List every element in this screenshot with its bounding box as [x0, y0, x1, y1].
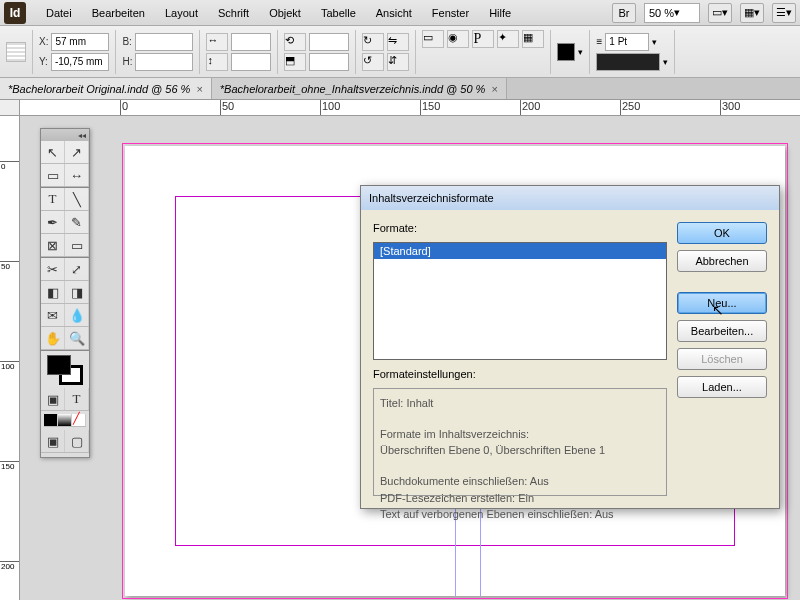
reference-point-widget[interactable]	[6, 42, 26, 62]
formatting-text-icon[interactable]: T	[65, 388, 89, 410]
y-field[interactable]	[51, 53, 109, 71]
free-transform-tool[interactable]: ⤢	[65, 258, 89, 280]
fill-stroke-swatch[interactable]	[47, 355, 83, 385]
stroke-weight-field[interactable]	[605, 33, 649, 51]
dialog-title: Inhaltsverzeichnisformate	[361, 186, 779, 210]
tab-doc-1[interactable]: *Bachelorarbeit Original.indd @ 56 %×	[0, 78, 212, 99]
content-grab-icon[interactable]: ◉	[447, 30, 469, 48]
view-mode-preview[interactable]: ▢	[65, 430, 89, 452]
effects-icon[interactable]: ✦	[497, 30, 519, 48]
apply-gradient-icon[interactable]	[58, 414, 72, 426]
rotate-icon[interactable]: ⟲	[284, 33, 306, 51]
tab-label: *Bachelorarbeit Original.indd @ 56 %	[8, 83, 190, 95]
rectangle-tool[interactable]: ▭	[65, 234, 89, 256]
tools-panel[interactable]: ◂◂ ↖↗ ▭↔ T╲ ✒✎ ⊠▭ ✂⤢ ◧◨ ✉💧 ✋🔍 ▣T ╱ ▣▢	[40, 128, 90, 458]
stroke-style-field[interactable]	[596, 53, 660, 71]
screen-mode-button[interactable]: ▭▾	[708, 3, 732, 23]
ok-button[interactable]: OK	[677, 222, 767, 244]
menu-tabelle[interactable]: Tabelle	[311, 3, 366, 23]
rotate-cw-button[interactable]: ↻	[362, 33, 384, 51]
apply-color-icon[interactable]	[44, 414, 58, 426]
menu-hilfe[interactable]: Hilfe	[479, 3, 521, 23]
control-bar: X: Y: B: H: ↔ ↕ ⟲ ⬒ ↻⇋ ↺⇵ ▭ ◉ P ✦ ▦ ▾ ≡▾…	[0, 26, 800, 78]
apply-none-icon[interactable]: ╱	[72, 414, 86, 426]
menu-bearbeiten[interactable]: Bearbeiten	[82, 3, 155, 23]
panel-collapse-icon[interactable]: ◂◂	[41, 129, 89, 141]
menubar: Id Datei Bearbeiten Layout Schrift Objek…	[0, 0, 800, 26]
menu-ansicht[interactable]: Ansicht	[366, 3, 422, 23]
scissors-tool[interactable]: ✂	[41, 258, 65, 280]
ruler-tick: 100	[0, 361, 19, 371]
rectangle-frame-tool[interactable]: ⊠	[41, 234, 65, 256]
rotate-field[interactable]	[309, 33, 349, 51]
line-tool[interactable]: ╲	[65, 188, 89, 210]
settings-sec1-head: Formate im Inhaltsverzeichnis:	[380, 426, 660, 443]
p-icon[interactable]: P	[472, 30, 494, 48]
page-tool[interactable]: ▭	[41, 164, 65, 186]
menu-datei[interactable]: Datei	[36, 3, 82, 23]
scale-y-icon[interactable]: ↕	[206, 53, 228, 71]
hand-tool[interactable]: ✋	[41, 327, 65, 349]
workspace-button[interactable]: ☰▾	[772, 3, 796, 23]
arrange-button[interactable]: ▦▾	[740, 3, 764, 23]
ruler-tick: 200	[520, 100, 540, 115]
zoom-tool[interactable]: 🔍	[65, 327, 89, 349]
edit-button[interactable]: Bearbeiten...	[677, 320, 767, 342]
scale-x-icon[interactable]: ↔	[206, 33, 228, 51]
gradient-feather-tool[interactable]: ◨	[65, 281, 89, 303]
direct-selection-tool[interactable]: ↗	[65, 141, 89, 163]
format-item-standard[interactable]: [Standard]	[374, 243, 666, 259]
ruler-tick: 300	[720, 100, 740, 115]
fill-swatch[interactable]	[47, 355, 71, 375]
shear-icon[interactable]: ⬒	[284, 53, 306, 71]
flip-v-button[interactable]: ⇵	[387, 53, 409, 71]
gap-tool[interactable]: ↔	[65, 164, 89, 186]
view-mode-normal[interactable]: ▣	[41, 430, 65, 452]
eyedropper-tool[interactable]: 💧	[65, 304, 89, 326]
wrap-icon[interactable]: ▦	[522, 30, 544, 48]
vertical-ruler[interactable]: 0 50 100 150 200	[0, 116, 20, 600]
chevron-down-icon[interactable]: ▾	[578, 47, 583, 57]
menu-layout[interactable]: Layout	[155, 3, 208, 23]
ruler-tick: 250	[620, 100, 640, 115]
x-field[interactable]	[51, 33, 109, 51]
y-label: Y:	[39, 56, 48, 67]
close-icon[interactable]: ×	[196, 83, 202, 95]
fit-content-icon[interactable]: ▭	[422, 30, 444, 48]
cancel-button[interactable]: Abbrechen	[677, 250, 767, 272]
stroke-weight-icon: ≡	[596, 36, 602, 47]
menu-fenster[interactable]: Fenster	[422, 3, 479, 23]
shear-field[interactable]	[309, 53, 349, 71]
gradient-swatch-tool[interactable]: ◧	[41, 281, 65, 303]
h-field[interactable]	[135, 53, 193, 71]
w-field[interactable]	[135, 33, 193, 51]
chevron-down-icon[interactable]: ▾	[663, 57, 668, 67]
pen-tool[interactable]: ✒	[41, 211, 65, 233]
zoom-level-field[interactable]: 50 % ▾	[644, 3, 700, 23]
close-icon[interactable]: ×	[491, 83, 497, 95]
chevron-down-icon[interactable]: ▾	[652, 37, 657, 47]
pencil-tool[interactable]: ✎	[65, 211, 89, 233]
settings-sec1-body: Überschriften Ebene 0, Überschriften Ebe…	[380, 442, 660, 459]
ruler-tick: 50	[0, 261, 19, 271]
tab-doc-2[interactable]: *Bachelorarbeit_ohne_Inhaltsverzeichnis.…	[212, 78, 507, 99]
flip-h-button[interactable]: ⇋	[387, 33, 409, 51]
type-tool[interactable]: T	[41, 188, 65, 210]
load-button[interactable]: Laden...	[677, 376, 767, 398]
scale-y-field[interactable]	[231, 53, 271, 71]
fill-swatch[interactable]	[557, 43, 575, 61]
menu-schrift[interactable]: Schrift	[208, 3, 259, 23]
horizontal-ruler[interactable]: 0 50 100 150 200 250 300	[20, 100, 800, 116]
format-settings-readonly: Titel: Inhalt Formate im Inhaltsverzeich…	[373, 388, 667, 496]
menu-objekt[interactable]: Objekt	[259, 3, 311, 23]
formats-listbox[interactable]: [Standard]	[373, 242, 667, 360]
bridge-button[interactable]: Br	[612, 3, 636, 23]
ruler-origin[interactable]	[0, 100, 20, 116]
formatting-container-icon[interactable]: ▣	[41, 388, 65, 410]
selection-tool[interactable]: ↖	[41, 141, 65, 163]
note-tool[interactable]: ✉	[41, 304, 65, 326]
document-tabbar: *Bachelorarbeit Original.indd @ 56 %× *B…	[0, 78, 800, 100]
scale-x-field[interactable]	[231, 33, 271, 51]
new-button[interactable]: Neu...	[677, 292, 767, 314]
rotate-ccw-button[interactable]: ↺	[362, 53, 384, 71]
